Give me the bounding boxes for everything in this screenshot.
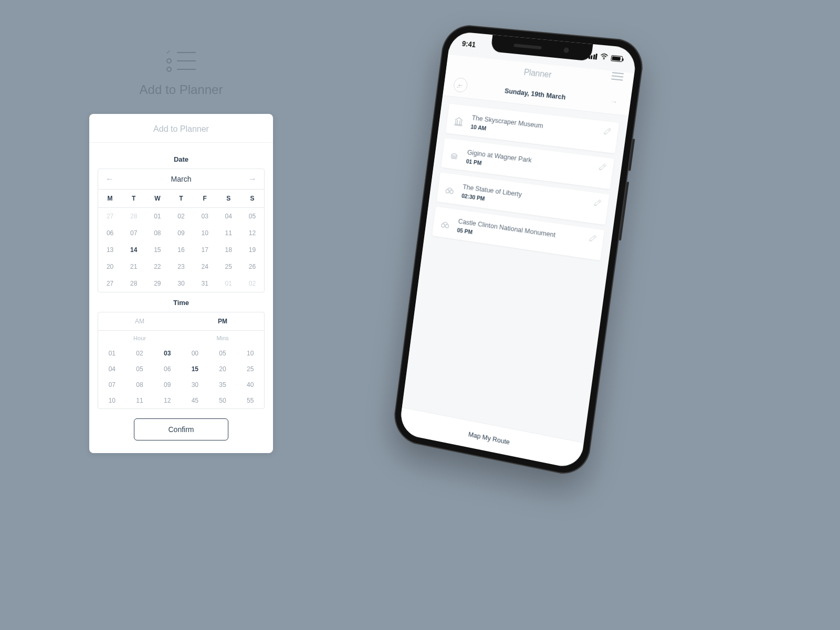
calendar-day[interactable]: 17: [193, 242, 217, 258]
minute-option[interactable]: 45: [181, 393, 209, 408]
calendar-day[interactable]: 14: [122, 242, 145, 258]
calendar-day[interactable]: 19: [240, 242, 264, 258]
minute-option[interactable]: 05: [209, 345, 237, 361]
calendar-day[interactable]: 24: [193, 258, 217, 275]
edit-button[interactable]: [597, 162, 607, 173]
date-section-label: Date: [98, 155, 265, 163]
page-title: Add to Planner: [89, 82, 273, 97]
time-section-label: Time: [98, 299, 265, 307]
calendar-day[interactable]: 30: [169, 275, 193, 292]
plan-list: The Skyscraper Museum10 AMGigino at Wagn…: [402, 96, 628, 443]
minute-option[interactable]: 20: [209, 361, 237, 377]
calendar-day[interactable]: 27: [98, 275, 122, 292]
mins-label: Mins: [181, 331, 264, 345]
hour-option[interactable]: 12: [153, 393, 181, 408]
weekday-label: S: [217, 190, 240, 207]
calendar-day[interactable]: 23: [169, 258, 193, 275]
svg-point-1: [446, 190, 449, 193]
calendar-day[interactable]: 05: [240, 208, 264, 225]
calendar-box: ← March → MTWTFSS 2728010203040506070809…: [98, 169, 265, 292]
calendar-day[interactable]: 07: [122, 225, 145, 242]
hour-label: Hour: [98, 331, 181, 345]
battery-icon: [611, 55, 623, 61]
calendar-day[interactable]: 18: [217, 242, 240, 258]
minute-option[interactable]: 00: [181, 345, 209, 361]
calendar-day[interactable]: 02: [169, 208, 193, 225]
hour-option[interactable]: 03: [153, 345, 181, 361]
calendar-day[interactable]: 28: [122, 275, 145, 292]
hour-option[interactable]: 08: [126, 377, 154, 393]
menu-button[interactable]: [611, 72, 624, 81]
calendar-day[interactable]: 01: [145, 208, 169, 225]
food-icon: [448, 150, 459, 164]
weekday-label: M: [98, 190, 122, 207]
svg-point-2: [450, 190, 454, 194]
hour-option[interactable]: 01: [98, 345, 126, 361]
edit-button[interactable]: [588, 234, 597, 245]
svg-point-4: [445, 224, 449, 228]
calendar-day[interactable]: 10: [193, 225, 217, 242]
minute-option[interactable]: 10: [236, 345, 264, 361]
calendar-day[interactable]: 02: [240, 275, 264, 292]
calendar-day[interactable]: 22: [145, 258, 169, 275]
calendar-day[interactable]: 25: [217, 258, 240, 275]
hour-option[interactable]: 10: [98, 393, 126, 408]
museum-icon: [453, 116, 465, 130]
calendar-day[interactable]: 12: [240, 225, 264, 242]
minute-option[interactable]: 50: [209, 393, 237, 408]
calendar-day[interactable]: 21: [122, 258, 145, 275]
weekday-label: F: [193, 190, 217, 207]
binoculars-icon: [444, 184, 455, 198]
add-to-planner-card: Add to Planner Date ← March → MTWTFSS 27…: [89, 114, 273, 453]
hour-option[interactable]: 09: [153, 377, 181, 393]
calendar-day[interactable]: 20: [98, 258, 122, 275]
binoculars-icon: [439, 219, 450, 233]
weekday-label: T: [169, 190, 193, 207]
hour-option[interactable]: 04: [98, 361, 126, 377]
calendar-day[interactable]: 27: [98, 208, 122, 225]
hour-option[interactable]: 11: [126, 393, 154, 408]
minute-option[interactable]: 40: [236, 377, 264, 393]
month-label: March: [171, 175, 192, 183]
minute-option[interactable]: 15: [181, 361, 209, 377]
minute-option[interactable]: 35: [209, 377, 237, 393]
am-toggle[interactable]: AM: [98, 312, 181, 330]
svg-point-0: [603, 58, 604, 59]
calendar-day[interactable]: 31: [193, 275, 217, 292]
hour-option[interactable]: 06: [153, 361, 181, 377]
calendar-day[interactable]: 08: [145, 225, 169, 242]
confirm-button[interactable]: Confirm: [134, 418, 228, 440]
calendar-day[interactable]: 15: [145, 242, 169, 258]
planner-date: Sunday, 19th March: [504, 87, 566, 101]
checklist-icon: [89, 50, 273, 72]
next-month-button[interactable]: →: [248, 174, 257, 184]
calendar-day[interactable]: 16: [169, 242, 193, 258]
calendar-day[interactable]: 29: [145, 275, 169, 292]
prev-day-button[interactable]: ←: [455, 82, 463, 91]
status-time: 9:41: [461, 39, 476, 49]
hour-option[interactable]: 07: [98, 377, 126, 393]
calendar-day[interactable]: 26: [240, 258, 264, 275]
card-title: Add to Planner: [89, 114, 273, 143]
weekday-label: T: [122, 190, 145, 207]
phone-frame: 9:41 Planner ← → ← Sunday: [391, 23, 646, 479]
pm-toggle[interactable]: PM: [181, 312, 264, 330]
calendar-day[interactable]: 01: [217, 275, 240, 292]
hour-option[interactable]: 02: [126, 345, 154, 361]
calendar-day[interactable]: 06: [98, 225, 122, 242]
edit-button[interactable]: [593, 198, 602, 209]
calendar-day[interactable]: 13: [98, 242, 122, 258]
hour-option[interactable]: 05: [126, 361, 154, 377]
calendar-day[interactable]: 03: [193, 208, 217, 225]
svg-point-3: [441, 224, 445, 227]
minute-option[interactable]: 55: [236, 393, 264, 408]
minute-option[interactable]: 30: [181, 377, 209, 393]
edit-button[interactable]: [602, 127, 612, 138]
calendar-day[interactable]: 04: [217, 208, 240, 225]
time-box: AM PM Hour 010203040506070809101112 Mins…: [98, 312, 265, 409]
minute-option[interactable]: 25: [236, 361, 264, 377]
calendar-day[interactable]: 28: [122, 208, 145, 225]
calendar-day[interactable]: 09: [169, 225, 193, 242]
prev-month-button[interactable]: ←: [106, 174, 114, 184]
calendar-day[interactable]: 11: [217, 225, 240, 242]
